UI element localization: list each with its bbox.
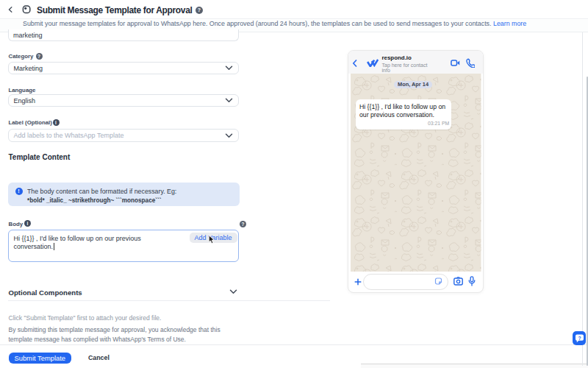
svg-text:?: ?	[578, 335, 581, 340]
